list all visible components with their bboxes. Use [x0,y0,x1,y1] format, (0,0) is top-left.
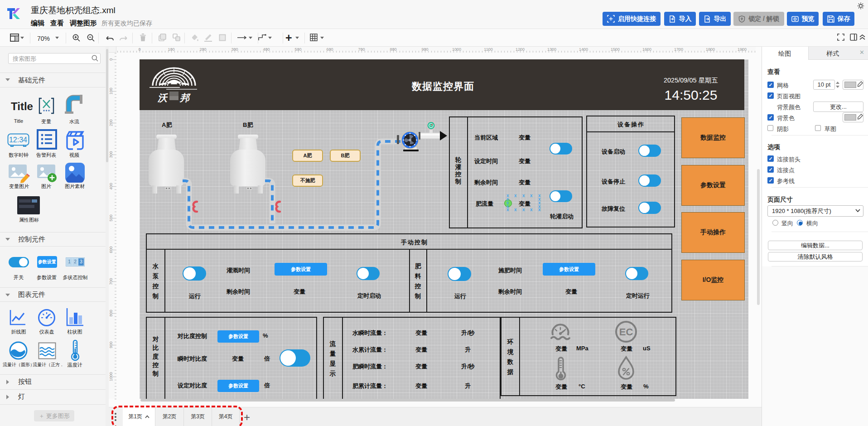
svg-text:EC: EC [619,326,633,338]
svg-text:12:34: 12:34 [9,136,27,144]
